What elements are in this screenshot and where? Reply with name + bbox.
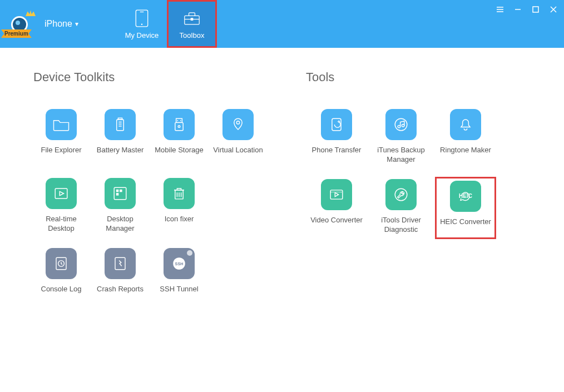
nav-label-my-device: My Device xyxy=(125,31,159,39)
tool-phone-transfer[interactable]: Phone Transfer xyxy=(306,107,367,167)
svg-rect-21 xyxy=(120,190,122,192)
bell-icon xyxy=(450,109,481,140)
svg-text:SSH: SSH xyxy=(175,261,184,266)
heic-icon: HEIC xyxy=(450,181,481,212)
tool-icon-fixer[interactable]: Icon fixer xyxy=(151,176,207,236)
tool-virtual-location[interactable]: Virtual Location xyxy=(210,107,266,166)
tool-desktop-manager[interactable]: Desktop Manager xyxy=(92,176,148,236)
nav-tab-my-device[interactable]: My Device xyxy=(117,0,167,48)
tool-ringtone-maker[interactable]: Ringtone Maker xyxy=(435,107,496,167)
tool-label: Console Log xyxy=(41,285,82,302)
clock-doc-icon xyxy=(46,248,77,279)
tool-label: Mobile Storage xyxy=(155,146,203,163)
tool-ssh-tunnel[interactable]: SSH SSH Tunnel xyxy=(151,246,207,305)
svg-rect-20 xyxy=(116,190,119,192)
window-controls xyxy=(495,4,558,14)
svg-rect-5 xyxy=(191,18,194,21)
svg-rect-12 xyxy=(176,118,182,122)
section-tools: Tools Phone Transfer iTunes Backup Manag… xyxy=(306,70,517,305)
svg-rect-32 xyxy=(332,118,341,131)
maximize-icon[interactable] xyxy=(531,4,541,14)
premium-badge: Premium xyxy=(1,29,32,38)
tool-video-converter[interactable]: Video Converter xyxy=(306,177,367,239)
tool-battery-master[interactable]: Battery Master xyxy=(92,107,148,166)
location-icon xyxy=(222,109,254,140)
svg-rect-8 xyxy=(118,118,122,120)
usb-icon xyxy=(164,109,195,140)
tools-grid: Phone Transfer iTunes Backup Manager Rin… xyxy=(306,107,517,239)
tool-label: Phone Transfer xyxy=(312,146,362,163)
section-device-toolkits: Device Toolkits File Explorer Battery Ma… xyxy=(33,70,267,305)
svg-rect-18 xyxy=(55,188,67,199)
main-content: Device Toolkits File Explorer Battery Ma… xyxy=(0,48,564,327)
folder-icon xyxy=(46,109,77,140)
nav-label-toolbox: Toolbox xyxy=(180,31,205,39)
tool-file-explorer[interactable]: File Explorer xyxy=(33,107,89,166)
play-icon xyxy=(46,178,77,209)
tool-realtime-desktop[interactable]: Real-time Desktop xyxy=(33,176,89,236)
logo-area: Premium iPhone xyxy=(0,0,117,48)
transfer-icon xyxy=(321,109,352,140)
tool-label: Icon fixer xyxy=(165,215,194,232)
tool-itunes-backup[interactable]: iTunes Backup Manager xyxy=(370,107,432,167)
tool-console-log[interactable]: Console Log xyxy=(33,246,89,305)
grid-icon xyxy=(105,178,136,209)
tool-label: Battery Master xyxy=(97,146,144,163)
crash-doc-icon xyxy=(105,248,136,279)
device-selector[interactable]: iPhone xyxy=(44,19,78,29)
tool-driver-diagnostic[interactable]: iTools Driver Diagnostic xyxy=(370,177,432,239)
svg-point-14 xyxy=(178,126,180,128)
section-title-tools: Tools xyxy=(306,70,517,85)
tool-mobile-storage[interactable]: Mobile Storage xyxy=(151,107,207,166)
itunes-icon xyxy=(385,109,417,140)
device-selector-label: iPhone xyxy=(44,19,72,29)
ssh-icon: SSH xyxy=(164,248,195,279)
tablet-icon xyxy=(132,9,151,28)
svg-rect-19 xyxy=(114,187,126,200)
menu-icon[interactable] xyxy=(495,4,505,14)
wrench-icon xyxy=(385,179,417,210)
tool-label: Virtual Location xyxy=(213,146,263,163)
tool-label: Video Converter xyxy=(310,216,363,234)
tool-crash-reports[interactable]: Crash Reports xyxy=(92,246,148,305)
svg-rect-22 xyxy=(116,193,119,196)
tool-label: Desktop Manager xyxy=(95,215,146,234)
nav-tab-toolbox[interactable]: Toolbox xyxy=(167,0,217,48)
section-title-device-toolkits: Device Toolkits xyxy=(33,70,267,85)
tool-label: HEIC Converter xyxy=(440,217,491,235)
film-icon xyxy=(321,179,352,210)
close-icon[interactable] xyxy=(548,4,558,14)
tool-label: iTunes Backup Manager xyxy=(373,146,429,165)
trash-icon xyxy=(164,178,195,209)
svg-point-17 xyxy=(236,121,239,124)
svg-rect-7 xyxy=(117,120,124,131)
app-header: Premium iPhone My Device Toolbox xyxy=(0,0,564,48)
tool-label: SSH Tunnel xyxy=(160,285,198,302)
svg-rect-36 xyxy=(330,190,343,199)
tool-label: Crash Reports xyxy=(97,285,144,302)
minimize-icon[interactable] xyxy=(513,4,523,14)
toolbox-icon xyxy=(182,9,201,28)
svg-rect-6 xyxy=(533,7,538,12)
tool-label: iTools Driver Diagnostic xyxy=(373,216,429,235)
svg-point-33 xyxy=(395,118,407,131)
svg-rect-13 xyxy=(175,122,183,130)
battery-icon xyxy=(105,109,136,140)
svg-point-38 xyxy=(395,188,407,201)
tool-label: File Explorer xyxy=(41,146,82,163)
tool-heic-converter[interactable]: HEIC HEIC Converter xyxy=(435,177,496,239)
svg-point-1 xyxy=(141,23,142,24)
device-toolkits-grid: File Explorer Battery Master Mobile Stor… xyxy=(33,107,267,305)
tool-label: Real-time Desktop xyxy=(36,215,87,234)
tool-label: Ringtone Maker xyxy=(440,146,491,163)
